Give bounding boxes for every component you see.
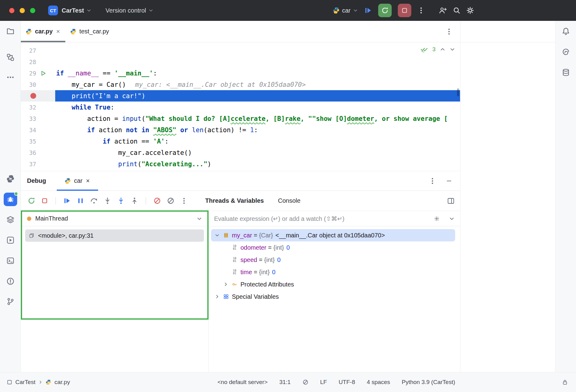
variable-row[interactable]: Protected Attributes (211, 278, 455, 290)
debug-tool-window-button[interactable] (4, 193, 17, 206)
lock-icon[interactable] (562, 379, 568, 385)
inspection-count[interactable]: 3 (432, 46, 436, 53)
terminal-icon[interactable] (6, 257, 14, 265)
more-actions-kebab[interactable] (417, 7, 425, 14)
protected-icon (232, 282, 237, 287)
tab-threads-variables[interactable]: Threads & Variables (205, 197, 264, 204)
add-user-icon[interactable] (439, 6, 447, 14)
debug-more-kebab[interactable] (180, 197, 188, 205)
layout-settings-icon[interactable] (447, 197, 455, 205)
close-icon[interactable] (56, 29, 60, 34)
variable-row[interactable]: my_car = {Car}<__main__.Car object at 0x… (211, 229, 455, 241)
close-window-button[interactable] (9, 8, 14, 13)
ai-assistant-icon[interactable] (562, 48, 570, 56)
line-number[interactable]: 33 (21, 113, 36, 124)
tab-car-py[interactable]: car.py (21, 21, 65, 42)
editor-scrollbar[interactable] (457, 88, 459, 96)
chevron-down-icon[interactable] (197, 216, 202, 221)
status-indent[interactable]: 4 spaces (367, 379, 390, 386)
search-icon[interactable] (453, 7, 460, 14)
python-icon (70, 29, 76, 35)
stop-icon (401, 7, 408, 14)
zoom-window-button[interactable] (30, 8, 35, 13)
debug-session-tab[interactable]: car (57, 171, 98, 190)
line-number[interactable]: 27 (21, 45, 36, 56)
line-number[interactable]: 37 (21, 158, 36, 170)
run-line-icon[interactable] (36, 67, 55, 79)
mute-breakpoints-button[interactable] (167, 197, 175, 205)
line-number[interactable]: 30 (21, 79, 36, 90)
settings-gear-icon[interactable] (467, 7, 474, 14)
rerun-debug-button[interactable] (28, 197, 35, 205)
variable-row[interactable]: Special Variables (211, 290, 455, 303)
expander-closed-icon[interactable] (213, 294, 221, 299)
chevron-down-icon[interactable] (449, 216, 455, 221)
hide-panel-icon[interactable] (446, 178, 452, 184)
frame-row[interactable]: <module>, car.py:31 (25, 229, 204, 242)
inspection-widget: 3 (420, 46, 455, 53)
pause-button[interactable] (77, 197, 84, 205)
thread-selector[interactable]: MainThread (21, 211, 208, 226)
watch-input[interactable]: Evaluate expression (↵) or add a watch (… (209, 211, 460, 226)
code-editor[interactable]: 272829if __name__ == '__main__':30 my_ca… (21, 42, 460, 171)
notifications-bell-icon[interactable] (562, 27, 570, 35)
step-out-button[interactable] (131, 197, 138, 205)
expander-closed-icon[interactable] (221, 282, 230, 287)
tab-options-kebab[interactable] (445, 28, 453, 35)
step-into-button[interactable] (104, 197, 111, 205)
line-number[interactable]: 32 (21, 102, 36, 113)
variable-row[interactable]: 1001odometer = {int}0 (211, 241, 455, 254)
run-tool-window-icon[interactable] (6, 236, 14, 244)
status-encoding[interactable]: UTF-8 (339, 379, 355, 386)
run-button[interactable] (364, 6, 372, 14)
next-problem-chevron-down-icon[interactable] (450, 47, 455, 52)
variable-name: odometer (240, 244, 267, 251)
close-icon[interactable] (86, 179, 90, 183)
status-server[interactable]: <no default server> (217, 379, 268, 386)
resume-button[interactable] (63, 197, 71, 205)
gutter-space (36, 45, 55, 56)
python-icon (65, 178, 71, 184)
more-tool-windows-icon[interactable] (6, 73, 14, 81)
add-watch-icon[interactable] (434, 216, 440, 222)
project-folder-icon[interactable] (6, 27, 14, 35)
expander-open-icon[interactable] (213, 233, 221, 238)
debug-options-kebab[interactable] (429, 177, 436, 185)
line-number[interactable]: 34 (21, 124, 36, 136)
view-breakpoints-button[interactable] (153, 197, 161, 205)
database-icon[interactable] (562, 68, 570, 76)
breakpoint-dot[interactable] (21, 90, 36, 102)
tab-console[interactable]: Console (278, 197, 300, 204)
window-controls (0, 8, 35, 13)
line-number[interactable]: 28 (21, 56, 36, 67)
line-number[interactable]: 29 (21, 67, 36, 79)
status-caret-position[interactable]: 31:1 (279, 379, 291, 386)
variable-row[interactable]: 1001speed = {int}0 (211, 254, 455, 266)
services-layers-icon[interactable] (6, 216, 14, 224)
problems-icon[interactable] (6, 277, 14, 285)
stop-button[interactable] (398, 4, 411, 17)
status-file[interactable]: car.py (54, 379, 70, 386)
tab-test-car-py[interactable]: test_car.py (65, 21, 114, 42)
status-interpreter[interactable]: Python 3.9 (CarTest) (402, 379, 455, 386)
structure-icon[interactable] (6, 53, 14, 61)
east-empty-area (460, 21, 555, 372)
run-config-selector[interactable]: car (333, 7, 358, 14)
version-control-menu[interactable]: Version control (106, 7, 153, 14)
minimize-window-button[interactable] (20, 8, 25, 13)
project-menu[interactable]: CarTest (62, 7, 91, 14)
prev-problem-chevron-up-icon[interactable] (440, 47, 445, 52)
step-over-button[interactable] (90, 197, 98, 205)
line-number[interactable]: 36 (21, 147, 36, 158)
variable-row[interactable]: 1001time = {int}0 (211, 266, 455, 278)
stop-debug-button[interactable] (41, 197, 48, 204)
status-line-ending[interactable]: LF (320, 379, 327, 386)
python-console-icon[interactable] (6, 175, 14, 183)
status-project[interactable]: CarTest (15, 379, 35, 386)
force-step-into-button[interactable] (117, 197, 125, 205)
inspections-ok-icon[interactable] (420, 47, 428, 52)
restart-debug-button[interactable] (378, 4, 392, 17)
mute-breakpoints-status-icon[interactable] (302, 379, 309, 385)
line-number[interactable]: 35 (21, 136, 36, 147)
git-branch-icon[interactable] (6, 298, 14, 306)
